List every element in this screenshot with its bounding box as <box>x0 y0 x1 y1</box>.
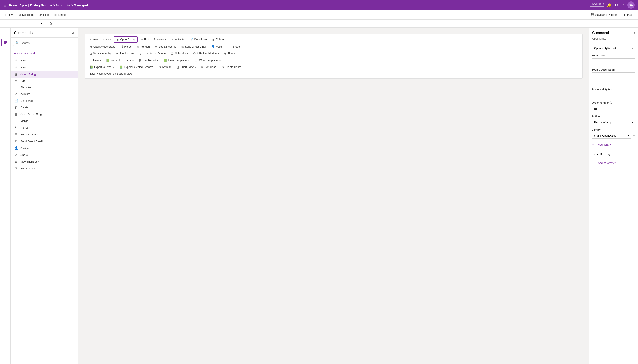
ribbon-send-direct-email-btn[interactable]: ✉ Send Direct Email <box>179 44 208 50</box>
formula-input[interactable] <box>54 21 636 26</box>
ribbon-share-btn[interactable]: ↗ Share <box>227 44 242 50</box>
duplicate-button[interactable]: ⧉ Duplicate <box>16 12 36 18</box>
notifications-icon[interactable]: 🔔 <box>607 3 612 8</box>
ribbon-open-dialog-btn[interactable]: ▣ Open Dialog <box>114 36 138 43</box>
ribbon-activate-btn[interactable]: ✓ Activate <box>169 37 186 42</box>
nav-menu-icon[interactable]: ☰ <box>2 29 9 37</box>
ribbon-more-btn-1[interactable]: ∨ <box>227 38 233 42</box>
sidebar-item-share[interactable]: ↗ Share <box>11 152 78 158</box>
user-avatar[interactable]: SA <box>627 2 634 9</box>
tooltip-title-input[interactable] <box>592 58 635 65</box>
play-button[interactable]: ▶ Play <box>621 12 635 18</box>
function-input[interactable] <box>592 151 635 157</box>
delete-chart-icon: 🗑 <box>222 66 225 69</box>
ribbon-edit-chart-btn[interactable]: ✏ Edit Chart <box>199 64 219 70</box>
sidebar-title: Commands <box>14 31 33 35</box>
ribbon-row-4: ↯ Flow ▾ 📗 Import from Excel ▾ ▦ Run Rep… <box>87 58 580 63</box>
ribbon-chevron-r3[interactable]: ∨ <box>137 51 144 56</box>
ribbon-refresh-r5-btn[interactable]: ↻ Refresh <box>156 64 173 70</box>
tooltip-desc-input[interactable] <box>592 72 635 84</box>
ribbon-edit-btn[interactable]: ✏ Edit <box>138 37 151 42</box>
save-publish-button[interactable]: 💾 Save and Publish <box>588 12 620 18</box>
stage-icon: ▦ <box>14 112 18 116</box>
sidebar-close-button[interactable]: ✕ <box>71 30 75 35</box>
help-icon[interactable]: ? <box>622 3 624 8</box>
ribbon-delete-chart-btn[interactable]: 🗑 Delete Chart <box>220 64 243 70</box>
ribbon-email-a-link-btn[interactable]: ✉ Email a Link <box>114 51 136 56</box>
ribbon-export-selected-btn[interactable]: 📗 Export Selected Records <box>117 64 155 70</box>
ribbon-open-active-stage-btn[interactable]: ▦ Open Active Stage <box>87 44 118 50</box>
new-command-button[interactable]: + New command <box>11 50 78 57</box>
add-library-button[interactable]: ＋ + Add library <box>592 142 635 148</box>
ribbon-import-excel-btn[interactable]: 📗 Import from Excel ▾ <box>104 58 136 63</box>
add-parameter-button[interactable]: ＋ + Add parameter <box>592 160 635 166</box>
search-input[interactable] <box>21 42 73 44</box>
ribbon-show-as-btn[interactable]: Show As ▾ <box>152 37 168 42</box>
ribbon-see-all-records-btn[interactable]: ▤ See all records <box>153 44 178 50</box>
info-icon[interactable]: ⓘ <box>609 101 612 104</box>
ribbon-new-btn-2[interactable]: + New <box>101 37 113 42</box>
share-icon: ↗ <box>14 153 18 157</box>
sidebar-item-activate[interactable]: ✓ Activate <box>11 90 78 97</box>
ribbon-word-templates-btn[interactable]: 📄 Word Templates ▾ <box>192 58 223 63</box>
waffle-icon[interactable]: ⊞ <box>4 3 7 8</box>
plus-icon: ＋ <box>14 58 18 62</box>
sidebar-item-new1[interactable]: ＋ New <box>11 57 78 64</box>
entity-record-dropdown[interactable]: OpenEntityRecord ▾ <box>592 45 635 51</box>
ribbon-flow-btn-r3[interactable]: ↯ Flow ▾ <box>222 51 237 56</box>
sidebar-item-edit[interactable]: ✏ Edit <box>11 78 78 84</box>
edit-chart-icon: ✏ <box>201 66 203 69</box>
tooltip-desc-group: Tooltip description <box>592 68 635 85</box>
ribbon-flow-btn-r4[interactable]: ↯ Flow ▾ <box>87 58 103 63</box>
merge-icon: ⇶ <box>121 45 123 48</box>
delete-button[interactable]: 🗑 Delete <box>52 12 69 18</box>
sidebar-item-merge[interactable]: ⇶ Merge <box>11 118 78 124</box>
ribbon-save-filters-btn[interactable]: Save Filters to Current System View <box>87 71 134 76</box>
sidebar-item-view-hierarchy[interactable]: ⊞ View Hierarchy <box>11 158 78 165</box>
library-dropdown[interactable]: cr03b_OpenDialog ▾ <box>592 132 631 139</box>
canvas-area: + New + New ▣ Open Dialog ✏ Edit <box>78 28 589 364</box>
sidebar-item-deactivate[interactable]: 📄 Deactivate <box>11 97 78 104</box>
chevron-down-icon: ▾ <box>627 134 629 137</box>
ribbon-chart-pane-btn[interactable]: ▦ Chart Pane ▾ <box>174 64 198 70</box>
ribbon-refresh-btn[interactable]: ↻ Refresh <box>135 44 152 50</box>
delete-icon: 🗑 <box>212 38 215 41</box>
ribbon-ai-builder-btn[interactable]: ⬡ AI Builder ▾ <box>169 51 190 56</box>
new-button[interactable]: + New <box>3 12 16 18</box>
chevron-down-icon: ▾ <box>100 59 101 62</box>
dialog-icon: ▣ <box>116 38 119 41</box>
ribbon-assign-btn[interactable]: 👤 Assign <box>209 44 226 50</box>
svg-rect-0 <box>4 41 7 42</box>
library-edit-icon[interactable]: ✏ <box>633 134 635 138</box>
sidebar-item-open-dialog[interactable]: ▣ Open Dialog ••• <box>11 71 78 78</box>
order-number-input[interactable] <box>592 106 635 112</box>
ribbon-delete-btn[interactable]: 🗑 Delete <box>210 37 226 42</box>
ribbon-new-btn-1[interactable]: + New <box>87 37 100 42</box>
ribbon-merge-btn[interactable]: ⇶ Merge <box>118 44 134 50</box>
sidebar-item-see-all-records[interactable]: ▤ See all records <box>11 131 78 138</box>
merge-icon: ⇶ <box>14 119 18 123</box>
right-panel-expand-icon[interactable]: › <box>634 30 635 35</box>
ribbon-excel-templates-btn[interactable]: 📗 Excel Templates ▾ <box>161 58 192 63</box>
sidebar-item-send-direct-email[interactable]: ✉ Send Direct Email <box>11 138 78 144</box>
sidebar-item-email-a-link[interactable]: ✉ Email a Link <box>11 165 78 172</box>
ribbon-export-excel-btn[interactable]: 📗 Export to Excel ▾ <box>87 64 116 70</box>
ribbon-run-report-btn[interactable]: ▦ Run Report ▾ <box>136 58 160 63</box>
sidebar-item-refresh[interactable]: ↻ Refresh <box>11 124 78 131</box>
sidebar-item-new2[interactable]: ＋ New <box>11 64 78 71</box>
hide-button[interactable]: 👁 Hide <box>37 12 51 18</box>
ribbon-add-to-queue-btn[interactable]: + Add to Queue <box>144 51 168 56</box>
nav-commands-icon[interactable] <box>2 39 9 46</box>
settings-icon[interactable]: ⚙ <box>615 3 618 8</box>
ribbon-deactivate-btn[interactable]: 📄 Deactivate <box>187 37 209 42</box>
sidebar-item-assign[interactable]: 👤 Assign <box>11 144 78 152</box>
sidebar-item-open-active-stage[interactable]: ▦ Open Active Stage <box>11 111 78 118</box>
ribbon-view-hierarchy-btn[interactable]: ⊞ View Hierarchy <box>87 51 113 56</box>
formula-dropdown[interactable]: ▾ <box>2 21 44 26</box>
sidebar-item-show-as[interactable]: Show As <box>11 84 78 90</box>
accessibility-input[interactable] <box>592 92 635 98</box>
sidebar-item-delete[interactable]: 🗑 Delete <box>11 104 78 111</box>
deactivate-icon: 📄 <box>14 99 18 102</box>
ribbon-aibuilder-hidden-btn[interactable]: ⬡ AIBuilder Hidden ▾ <box>191 51 221 56</box>
action-dropdown[interactable]: Run JavaScript ▾ <box>592 119 635 125</box>
